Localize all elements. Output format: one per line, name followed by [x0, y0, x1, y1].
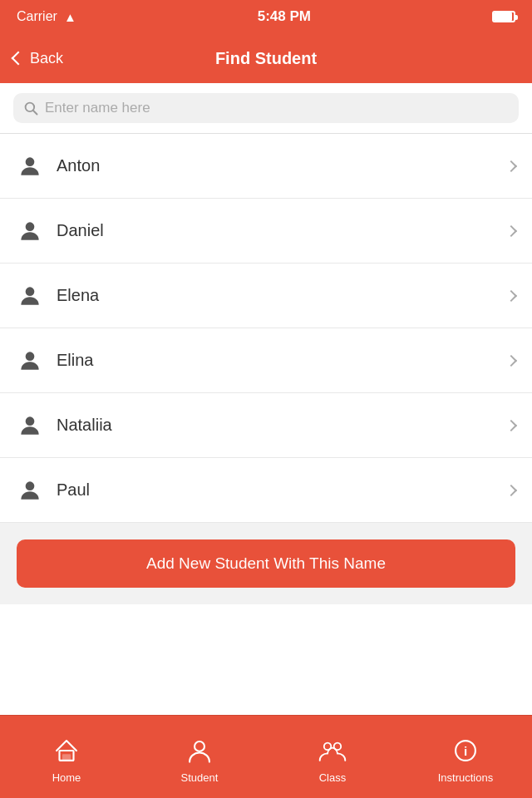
instructions-tab-icon: i: [451, 736, 480, 768]
back-button[interactable]: Back: [13, 50, 63, 67]
student-list-item[interactable]: Nataliia: [0, 393, 532, 458]
back-label: Back: [30, 50, 63, 67]
chevron-right-icon: [505, 484, 517, 495]
person-icon: [17, 218, 43, 244]
add-button-wrapper: Add New Student With This Name: [0, 523, 532, 604]
student-tab-icon: [185, 736, 214, 768]
person-icon: [17, 477, 43, 504]
svg-point-2: [26, 157, 35, 166]
student-list-item[interactable]: Elina: [0, 328, 532, 393]
search-input[interactable]: [45, 100, 509, 116]
student-list-item[interactable]: Elena: [0, 264, 532, 328]
svg-rect-9: [63, 755, 71, 761]
search-icon: [23, 101, 38, 116]
status-carrier: Carrier ▲: [17, 9, 76, 24]
student-name: Paul: [57, 480, 507, 500]
student-name: Elina: [57, 351, 507, 370]
svg-point-6: [26, 416, 35, 426]
student-name: Elena: [57, 286, 507, 305]
student-list: Anton Daniel Elena Elina Nataliia: [0, 134, 532, 523]
main-content: Anton Daniel Elena Elina Nataliia: [0, 83, 532, 715]
person-icon: [17, 283, 43, 309]
svg-point-10: [195, 741, 204, 751]
chevron-right-icon: [505, 160, 517, 171]
chevron-right-icon: [505, 224, 517, 236]
person-icon: [17, 347, 43, 374]
student-name: Nataliia: [57, 416, 507, 435]
student-name: Daniel: [57, 221, 507, 240]
status-time: 5:48 PM: [258, 8, 311, 25]
svg-point-4: [26, 287, 35, 296]
home-tab-label: Home: [52, 771, 81, 784]
class-tab-label: Class: [319, 771, 347, 784]
class-tab-icon: [318, 736, 347, 768]
search-input-wrapper[interactable]: [13, 93, 519, 123]
tab-bar: Home Student Class i Instructions: [0, 715, 532, 798]
svg-line-1: [33, 111, 37, 115]
tab-class[interactable]: Class: [266, 716, 399, 798]
instructions-tab-label: Instructions: [438, 771, 493, 784]
home-tab-icon: [52, 736, 81, 768]
svg-point-5: [26, 352, 35, 361]
student-tab-label: Student: [181, 771, 219, 784]
student-list-item[interactable]: Paul: [0, 458, 532, 523]
back-chevron-icon: [12, 52, 26, 66]
chevron-right-icon: [505, 419, 517, 431]
status-bar: Carrier ▲ 5:48 PM: [0, 0, 532, 33]
search-bar: [0, 83, 532, 134]
student-list-item[interactable]: Daniel: [0, 199, 532, 264]
page-title: Find Student: [215, 49, 317, 68]
chevron-right-icon: [505, 289, 517, 301]
tab-home[interactable]: Home: [0, 716, 133, 798]
tab-instructions[interactable]: i Instructions: [399, 716, 532, 798]
nav-bar: Back Find Student: [0, 33, 532, 83]
tab-student[interactable]: Student: [133, 716, 266, 798]
status-battery: [492, 11, 515, 22]
svg-point-7: [26, 481, 35, 490]
chevron-right-icon: [505, 354, 517, 366]
person-icon: [17, 153, 43, 180]
battery-icon: [492, 11, 515, 22]
svg-point-3: [26, 222, 35, 231]
wifi-icon: ▲: [64, 10, 76, 24]
student-name: Anton: [57, 156, 507, 175]
carrier-label: Carrier: [17, 9, 57, 24]
student-list-item[interactable]: Anton: [0, 134, 532, 199]
svg-text:i: i: [464, 744, 467, 758]
person-icon: [17, 412, 43, 439]
add-new-student-button[interactable]: Add New Student With This Name: [17, 539, 515, 588]
